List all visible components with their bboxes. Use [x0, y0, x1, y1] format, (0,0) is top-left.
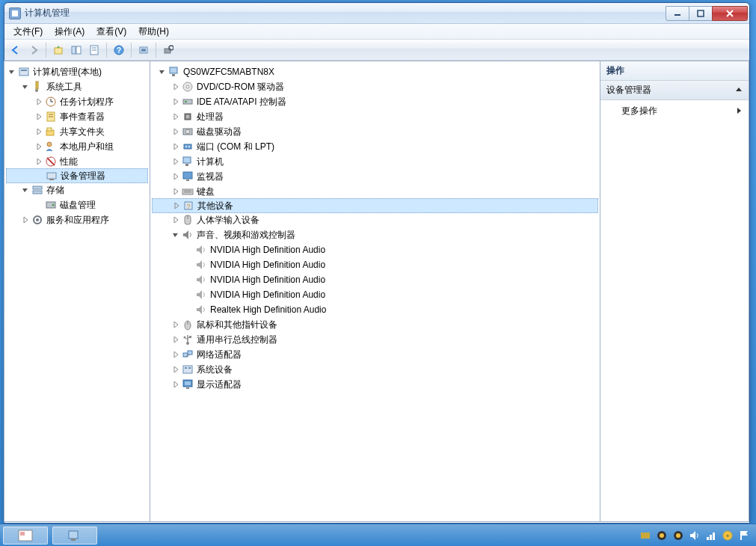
expand-icon[interactable] [33, 126, 45, 138]
expand-icon[interactable] [170, 214, 182, 226]
forward-button[interactable] [25, 42, 42, 58]
tree-item[interactable]: 显示适配器 [152, 377, 598, 392]
tray-action-icon[interactable]: + [722, 530, 734, 542]
expand-icon[interactable] [170, 141, 182, 153]
menu-file[interactable]: 文件(F) [7, 24, 49, 40]
expand-icon[interactable] [170, 81, 182, 93]
tree-item[interactable]: 事件查看器 [6, 109, 148, 124]
expand-icon[interactable] [170, 185, 182, 197]
more-actions-label: 更多操作 [621, 105, 657, 117]
expand-icon[interactable] [170, 364, 182, 375]
expand-icon[interactable] [170, 171, 182, 182]
tree-item[interactable]: 声音、视频和游戏控制器 [152, 227, 598, 242]
collapse-icon[interactable] [170, 229, 182, 241]
close-button[interactable] [712, 6, 748, 21]
tree-item[interactable]: 人体学输入设备 [152, 212, 598, 227]
tree-item[interactable]: NVIDIA High Definition Audio [152, 272, 598, 287]
expand-icon[interactable] [33, 96, 45, 108]
maximize-button[interactable] [689, 6, 713, 21]
more-actions-item[interactable]: 更多操作 [600, 100, 749, 122]
tree-item[interactable]: 监视器 [152, 169, 598, 184]
tree-item-label: 声音、视频和游戏控制器 [197, 229, 295, 242]
minimize-button[interactable] [666, 6, 689, 21]
tree-item[interactable]: NVIDIA High Definition Audio [152, 242, 598, 257]
tray-speaker-icon[interactable] [689, 530, 701, 542]
taskbar[interactable]: + [0, 524, 756, 546]
tree-item[interactable]: 计算机管理(本地) [6, 64, 148, 79]
expand-icon[interactable] [170, 156, 182, 168]
up-button[interactable] [50, 42, 67, 58]
tree-item[interactable]: 网络适配器 [152, 347, 598, 362]
menu-help[interactable]: 帮助(H) [132, 24, 175, 40]
tree-item[interactable]: 磁盘驱动器 [152, 124, 598, 139]
collapse-icon[interactable] [19, 184, 31, 196]
tree-item[interactable]: 处理器 [152, 109, 598, 124]
tray-flag-icon[interactable] [738, 530, 750, 542]
svg-point-50 [185, 146, 187, 147]
console-tree[interactable]: 计算机管理(本地)系统工具任务计划程序事件查看器共享文件夹本地用户和组性能设备管… [4, 61, 150, 230]
tree-item[interactable]: 端口 (COM 和 LPT) [152, 139, 598, 154]
tray-icon-3[interactable] [672, 530, 684, 542]
tray-network-icon[interactable] [705, 530, 717, 542]
expand-icon[interactable] [170, 349, 182, 361]
cpu-icon [182, 111, 194, 123]
tree-item[interactable]: 存储 [6, 182, 148, 197]
tree-item[interactable]: 设备管理器 [6, 168, 148, 183]
help-button[interactable]: ? [111, 42, 127, 58]
tree-item[interactable]: 磁盘管理 [6, 197, 148, 212]
back-button[interactable] [7, 42, 24, 58]
tree-item[interactable]: Realtek High Definition Audio [152, 302, 598, 317]
tree-item[interactable]: 通用串行总线控制器 [152, 332, 598, 347]
tree-item[interactable]: 本地用户和组 [6, 139, 148, 154]
tree-item[interactable]: 系统设备 [152, 362, 598, 377]
properties-button[interactable] [86, 42, 102, 58]
tree-item[interactable]: 任务计划程序 [6, 94, 148, 109]
tree-item[interactable]: 服务和应用程序 [6, 212, 148, 227]
collapse-icon[interactable] [6, 66, 18, 78]
scan-hardware-button[interactable] [135, 42, 152, 58]
expand-icon[interactable] [170, 96, 182, 108]
tree-item[interactable]: 鼠标和其他指针设备 [152, 317, 598, 332]
tree-item[interactable]: QS0WZFC5MABTN8X [152, 64, 598, 79]
expand-icon[interactable] [170, 126, 182, 138]
tree-item[interactable]: NVIDIA High Definition Audio [152, 287, 598, 302]
menu-action[interactable]: 操作(A) [49, 24, 90, 40]
titlebar[interactable]: 计算机管理 [4, 3, 749, 24]
taskbar-app-2[interactable] [52, 527, 97, 545]
tree-item[interactable]: 系统工具 [6, 79, 148, 94]
tray-icon-2[interactable] [656, 530, 668, 542]
collapse-icon[interactable] [19, 81, 31, 93]
expand-icon[interactable] [33, 111, 45, 123]
tree-item-label: 共享文件夹 [60, 126, 105, 138]
svg-rect-6 [76, 46, 81, 54]
expand-icon[interactable] [33, 141, 45, 153]
tree-item[interactable]: ?其他设备 [152, 198, 598, 213]
tree-item[interactable]: 性能 [6, 154, 148, 169]
expand-icon[interactable] [170, 334, 182, 346]
tree-item[interactable]: NVIDIA High Definition Audio [152, 257, 598, 272]
tree-item[interactable]: 计算机 [152, 154, 598, 169]
tree-item[interactable]: 键盘 [152, 184, 598, 199]
expand-icon[interactable] [33, 156, 45, 168]
expand-icon[interactable] [170, 319, 182, 331]
expand-icon[interactable] [19, 214, 31, 226]
collapse-icon[interactable] [156, 66, 168, 78]
expand-icon[interactable] [170, 200, 182, 212]
menu-view[interactable]: 查看(V) [90, 24, 132, 40]
tree-item[interactable]: 共享文件夹 [6, 124, 148, 139]
expand-icon[interactable] [170, 378, 182, 390]
show-hide-tree-button[interactable] [68, 42, 84, 58]
taskbar-app-1[interactable] [3, 527, 48, 545]
actions-category[interactable]: 设备管理器 [600, 81, 749, 100]
refresh-button[interactable] [160, 42, 176, 58]
device-tree[interactable]: QS0WZFC5MABTN8XDVD/CD-ROM 驱动器IDE ATA/ATA… [150, 61, 600, 395]
expand-icon[interactable] [170, 111, 182, 123]
tree-item[interactable]: DVD/CD-ROM 驱动器 [152, 79, 598, 94]
tree-item[interactable]: IDE ATA/ATAPI 控制器 [152, 94, 598, 109]
actions-header: 操作 [600, 61, 749, 81]
tray-icon-1[interactable] [639, 530, 651, 542]
svg-rect-75 [185, 367, 187, 369]
svg-rect-5 [72, 46, 76, 54]
tree-item-label: 键盘 [197, 185, 215, 198]
pc2-icon [182, 156, 194, 168]
